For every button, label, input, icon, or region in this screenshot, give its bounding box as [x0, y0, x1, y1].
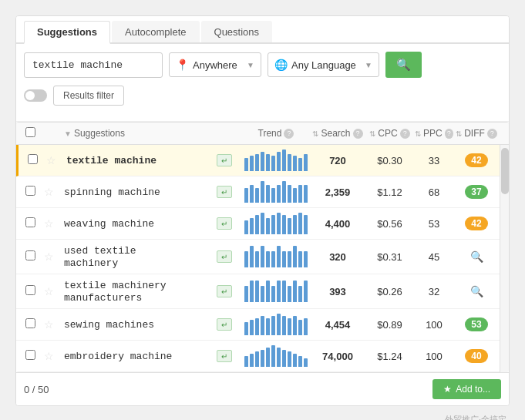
- star-icon[interactable]: ☆: [44, 186, 54, 198]
- trend-bar: [271, 316, 275, 335]
- trend-bar: [250, 320, 254, 335]
- trend-bar: [250, 218, 254, 234]
- watermark: 外贸推广·全搞定: [445, 415, 506, 420]
- search-value: 393: [329, 286, 346, 297]
- trend-bar: [266, 251, 270, 267]
- trend-chart: [241, 181, 311, 203]
- search-value: 74,000: [322, 351, 353, 362]
- keyword-text: textile machinery manufacturers: [64, 280, 167, 304]
- globe-icon: 🌐: [274, 59, 288, 71]
- link-icon[interactable]: ↵: [217, 217, 232, 230]
- trend-bar: [277, 185, 281, 203]
- sort-arrow-cpc: ⇅: [369, 129, 375, 138]
- trend-bar: [266, 348, 270, 367]
- trend-chart: [241, 345, 311, 367]
- trend-bar: [293, 246, 297, 267]
- trend-bar: [293, 281, 297, 302]
- star-icon[interactable]: ☆: [44, 350, 54, 362]
- ppc-value: 33: [429, 155, 439, 166]
- footer: 0 / 50 ★ Add to...: [16, 372, 509, 405]
- trend-bar: [277, 213, 281, 234]
- star-icon[interactable]: ☆: [44, 285, 54, 297]
- add-to-button[interactable]: ★ Add to...: [432, 379, 501, 399]
- keyword-text: textile machine: [66, 155, 156, 166]
- search-input[interactable]: [24, 52, 163, 78]
- trend-bar: [250, 246, 254, 267]
- scrollbar[interactable]: [500, 145, 509, 372]
- trend-bar: [261, 316, 264, 335]
- table-row: ☆weaving machine↵4,400$0.565342: [16, 208, 500, 240]
- link-icon[interactable]: ↵: [217, 350, 232, 362]
- table-row: ☆sewing machines↵4,454$0.8910053: [16, 309, 500, 341]
- language-select[interactable]: 🌐 Any Language ▼: [268, 52, 379, 77]
- row-checkbox[interactable]: [25, 285, 35, 295]
- trend-bar: [244, 322, 248, 335]
- search-value: 4,454: [325, 319, 351, 331]
- cpc-value: $0.89: [377, 319, 402, 331]
- diff-info-icon: ?: [487, 129, 497, 139]
- scrollbar-thumb[interactable]: [501, 148, 509, 194]
- star-icon[interactable]: ☆: [44, 217, 54, 230]
- trend-bar: [266, 154, 270, 171]
- tab-suggestions[interactable]: Suggestions: [24, 21, 110, 44]
- cpc-value: $1.24: [377, 351, 402, 362]
- search-button[interactable]: 🔍: [385, 52, 422, 78]
- diff-badge: 42: [465, 217, 487, 230]
- trend-bar: [271, 156, 275, 171]
- diff-search-icon[interactable]: 🔍: [470, 250, 483, 263]
- trend-bar: [293, 316, 297, 335]
- select-all-checkbox[interactable]: [25, 127, 35, 137]
- trend-bar: [293, 156, 297, 171]
- trend-chart: [241, 246, 311, 267]
- link-icon[interactable]: ↵: [217, 154, 232, 166]
- filter-button[interactable]: Results filter: [53, 86, 124, 106]
- row-checkbox[interactable]: [28, 154, 38, 164]
- link-icon[interactable]: ↵: [217, 318, 232, 331]
- trend-bar: [288, 286, 291, 302]
- row-checkbox[interactable]: [25, 318, 35, 328]
- trend-bar: [266, 218, 270, 234]
- tab-autocomplete[interactable]: Autocomplete: [112, 21, 200, 42]
- row-checkbox[interactable]: [25, 186, 35, 196]
- cpc-value: $0.26: [377, 286, 402, 297]
- table-header: ▼ Suggestions Trend ? ⇅ Search ?: [16, 123, 509, 145]
- sort-arrow-ppc: ⇅: [415, 129, 421, 138]
- link-icon[interactable]: ↵: [217, 250, 232, 263]
- cpc-value: $0.30: [377, 155, 402, 166]
- sort-arrow-suggestions: ▼: [64, 129, 72, 138]
- trend-bar: [293, 215, 297, 234]
- col-search-label: Search: [321, 128, 350, 139]
- search-value: 2,359: [325, 186, 351, 198]
- star-icon[interactable]: ☆: [44, 318, 54, 331]
- trend-bar: [266, 281, 270, 302]
- trend-bar: [282, 215, 286, 234]
- trend-bar: [304, 251, 308, 267]
- cpc-value: $1.12: [377, 186, 402, 198]
- row-checkbox[interactable]: [25, 217, 35, 227]
- star-icon[interactable]: ☆: [46, 154, 56, 166]
- cpc-value: $0.31: [377, 251, 402, 263]
- search-value: 4,400: [325, 218, 351, 230]
- table-row: ☆embroidery machine↵74,000$1.2410040: [16, 341, 500, 372]
- diff-badge: 40: [465, 349, 487, 363]
- filter-toggle[interactable]: [24, 89, 47, 102]
- trend-bar: [261, 286, 264, 302]
- trend-bar: [244, 188, 248, 203]
- star-icon[interactable]: ☆: [44, 250, 54, 263]
- trend-info-icon: ?: [284, 129, 294, 139]
- link-icon[interactable]: ↵: [217, 186, 232, 198]
- trend-bar: [255, 281, 259, 302]
- link-icon[interactable]: ↵: [217, 285, 232, 297]
- row-checkbox[interactable]: [25, 350, 35, 360]
- trend-bar: [304, 215, 308, 234]
- row-checkbox[interactable]: [25, 250, 35, 260]
- tab-questions[interactable]: Questions: [201, 21, 273, 42]
- diff-badge: 42: [465, 153, 487, 167]
- ppc-value: 53: [429, 218, 439, 230]
- keyword-text: embroidery machine: [64, 351, 172, 362]
- diff-search-icon[interactable]: 🔍: [470, 285, 483, 297]
- trend-chart: [241, 314, 311, 335]
- location-select[interactable]: 📍 Anywhere ▼: [169, 52, 261, 77]
- trend-bar: [255, 251, 259, 267]
- table-row: ☆spinning machine↵2,359$1.126837: [16, 176, 500, 208]
